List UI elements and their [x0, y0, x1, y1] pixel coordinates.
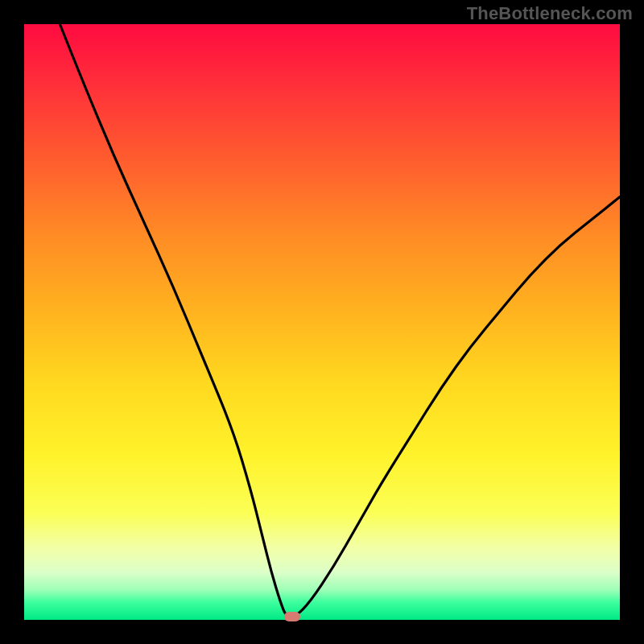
- optimal-point-marker: [284, 612, 300, 621]
- chart-frame: TheBottleneck.com: [0, 0, 644, 644]
- curve-svg: [24, 24, 620, 620]
- watermark-text: TheBottleneck.com: [467, 3, 633, 24]
- bottleneck-curve: [60, 24, 620, 617]
- plot-area: [24, 24, 620, 620]
